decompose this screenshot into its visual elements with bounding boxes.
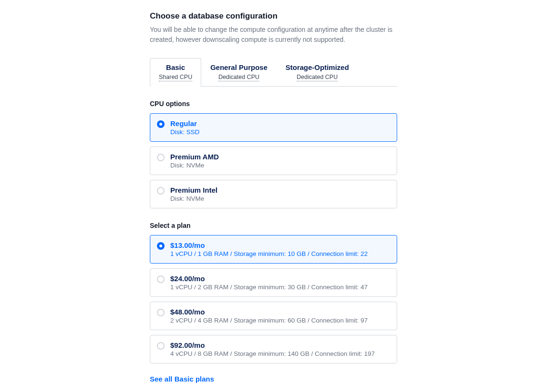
radio-icon <box>157 120 165 128</box>
plan-details: 4 vCPU / 8 GB RAM / Storage minimum: 140… <box>170 350 390 357</box>
plan-details: 2 vCPU / 4 GB RAM / Storage minimum: 60 … <box>170 317 390 324</box>
cpu-option-title: Premium Intel <box>170 186 390 194</box>
tab-basic[interactable]: BasicShared CPU <box>150 58 201 87</box>
plan-price: $92.00/mo <box>170 341 390 349</box>
cpu-option-premium-amd[interactable]: Premium AMDDisk: NVMe <box>150 147 397 175</box>
plan-details: 1 vCPU / 2 GB RAM / Storage minimum: 30 … <box>170 284 390 291</box>
radio-icon <box>157 154 165 161</box>
plan-price: $13.00/mo <box>170 241 390 249</box>
tab-subtitle: Dedicated CPU <box>218 74 259 81</box>
tab-title: Storage-Optimized <box>285 63 349 71</box>
config-tabs: BasicShared CPUGeneral PurposeDedicated … <box>150 58 397 87</box>
page-subtitle: You will be able to change the compute c… <box>150 25 397 45</box>
cpu-option-desc: Disk: SSD <box>170 128 390 136</box>
cpu-option-title: Premium AMD <box>170 153 390 161</box>
plan-details: 1 vCPU / 1 GB RAM / Storage minimum: 10 … <box>170 250 390 257</box>
radio-icon <box>157 309 165 316</box>
see-all-plans-link[interactable]: See all Basic plans <box>150 375 214 383</box>
plan-price: $24.00/mo <box>170 274 390 283</box>
radio-icon <box>157 242 165 250</box>
cpu-option-desc: Disk: NVMe <box>170 195 390 202</box>
tab-title: Basic <box>159 63 192 71</box>
page-title: Choose a database configuration <box>150 11 397 21</box>
cpu-options-section: CPU options RegularDisk: SSDPremium AMDD… <box>150 100 397 208</box>
radio-icon <box>157 187 165 195</box>
plan-option-2[interactable]: $48.00/mo2 vCPU / 4 GB RAM / Storage min… <box>150 302 397 330</box>
cpu-option-regular[interactable]: RegularDisk: SSD <box>150 113 397 142</box>
plans-label: Select a plan <box>150 222 397 229</box>
tab-title: General Purpose <box>210 63 267 71</box>
cpu-option-premium-intel[interactable]: Premium IntelDisk: NVMe <box>150 180 397 208</box>
tab-subtitle: Shared CPU <box>159 74 192 81</box>
plan-option-0[interactable]: $13.00/mo1 vCPU / 1 GB RAM / Storage min… <box>150 235 397 264</box>
tab-general-purpose[interactable]: General PurposeDedicated CPU <box>201 58 276 87</box>
plan-price: $48.00/mo <box>170 308 390 316</box>
cpu-option-desc: Disk: NVMe <box>170 162 390 169</box>
radio-icon <box>157 275 165 283</box>
plans-section: Select a plan $13.00/mo1 vCPU / 1 GB RAM… <box>150 222 397 363</box>
tab-storage-optimized[interactable]: Storage-OptimizedDedicated CPU <box>276 58 358 87</box>
cpu-option-title: Regular <box>170 119 390 127</box>
plan-option-3[interactable]: $92.00/mo4 vCPU / 8 GB RAM / Storage min… <box>150 335 397 363</box>
radio-icon <box>157 342 165 350</box>
plan-option-1[interactable]: $24.00/mo1 vCPU / 2 GB RAM / Storage min… <box>150 268 397 297</box>
tab-subtitle: Dedicated CPU <box>297 74 338 81</box>
cpu-options-label: CPU options <box>150 100 397 108</box>
